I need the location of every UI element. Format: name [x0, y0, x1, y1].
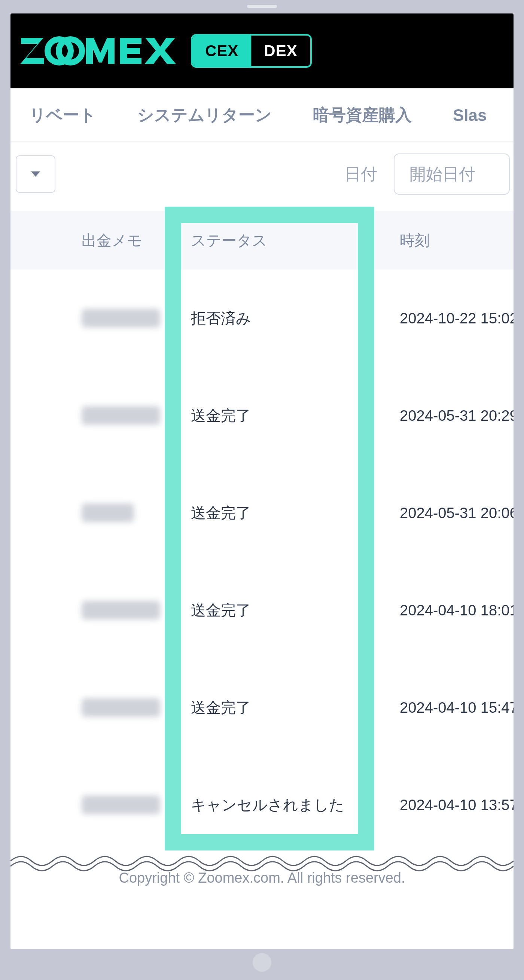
cell-time: 2024-10-22 15:02:	[370, 310, 513, 327]
speaker-slot	[247, 5, 277, 8]
memo-blurred	[82, 795, 160, 814]
table-header-row: 出金メモ ステータス 時刻	[11, 211, 513, 269]
cell-status: キャンセルされました	[175, 795, 370, 815]
tab-slash[interactable]: Slas	[453, 106, 487, 125]
th-time: 時刻	[370, 230, 513, 251]
cell-time: 2024-04-10 18:01:	[370, 602, 513, 619]
memo-blurred	[82, 601, 160, 619]
history-table: 出金メモ ステータス 時刻 拒否済み2024-10-22 15:02:送金完了2…	[11, 211, 513, 853]
cell-memo	[11, 503, 175, 522]
table-row[interactable]: 拒否済み2024-10-22 15:02:	[11, 269, 513, 367]
device-frame: CEX DEX リベート システムリターン 暗号資産購入 Slas 日付 開始日…	[0, 0, 524, 980]
cell-time: 2024-04-10 13:57:	[370, 797, 513, 813]
th-memo: 出金メモ	[11, 230, 175, 251]
category-tabs: リベート システムリターン 暗号資産購入 Slas	[11, 88, 513, 142]
cell-status: 送金完了	[175, 406, 370, 426]
cell-status: 送金完了	[175, 503, 370, 523]
cell-memo	[11, 795, 175, 814]
torn-edge	[11, 850, 513, 872]
cell-memo	[11, 309, 175, 328]
cell-memo	[11, 601, 175, 619]
tab-rebate[interactable]: リベート	[29, 104, 96, 126]
cex-dex-toggle: CEX DEX	[191, 34, 312, 68]
table-body: 拒否済み2024-10-22 15:02:送金完了2024-05-31 20:2…	[11, 269, 513, 853]
cex-tab[interactable]: CEX	[192, 35, 251, 66]
cell-memo	[11, 698, 175, 717]
table-row[interactable]: 送金完了2024-05-31 20:29:	[11, 367, 513, 464]
cell-time: 2024-05-31 20:29:	[370, 407, 513, 424]
app-screen: CEX DEX リベート システムリターン 暗号資産購入 Slas 日付 開始日…	[11, 13, 513, 949]
tab-crypto-purchase[interactable]: 暗号資産購入	[313, 104, 412, 126]
cell-time: 2024-04-10 15:47:	[370, 699, 513, 716]
cell-status: 拒否済み	[175, 308, 370, 329]
table-row[interactable]: 送金完了2024-04-10 18:01:	[11, 562, 513, 659]
th-status: ステータス	[175, 230, 370, 251]
table-row[interactable]: 送金完了2024-04-10 15:47:	[11, 659, 513, 756]
start-date-placeholder: 開始日付	[410, 163, 475, 185]
filter-dropdown[interactable]	[16, 155, 56, 193]
memo-blurred	[82, 503, 134, 522]
memo-blurred	[82, 309, 160, 328]
cell-status: 送金完了	[175, 697, 370, 718]
dex-tab[interactable]: DEX	[251, 35, 310, 66]
table-row[interactable]: 送金完了2024-05-31 20:06:	[11, 464, 513, 562]
cell-status: 送金完了	[175, 600, 370, 620]
table-row[interactable]: キャンセルされました2024-04-10 13:57:	[11, 756, 513, 853]
brand-logo[interactable]	[20, 13, 178, 88]
memo-blurred	[82, 698, 160, 717]
cell-time: 2024-05-31 20:06:	[370, 504, 513, 522]
memo-blurred	[82, 406, 160, 425]
date-label: 日付	[345, 163, 377, 185]
chevron-down-icon	[31, 172, 40, 177]
cell-memo	[11, 406, 175, 425]
top-bar: CEX DEX	[11, 13, 513, 88]
filter-row: 日付 開始日付	[11, 142, 513, 211]
start-date-input[interactable]: 開始日付	[394, 153, 510, 195]
tab-system-return[interactable]: システムリターン	[137, 104, 272, 126]
home-button[interactable]	[252, 953, 272, 972]
footer-copyright: Copyright © Zoomex.com. All rights reser…	[11, 870, 513, 901]
